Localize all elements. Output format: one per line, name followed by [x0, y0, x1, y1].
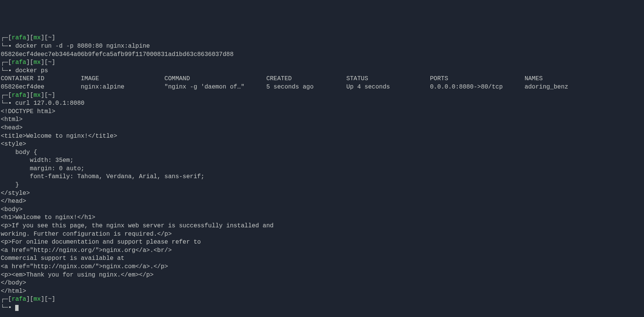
output-line: </body> — [1, 279, 643, 287]
prompt-host: mx — [33, 34, 41, 41]
prompt-line-top: ┌─[rafa][mx][~] — [1, 59, 643, 67]
bracket-open: [ — [8, 92, 12, 99]
output-line: working. Further configuration is requir… — [1, 230, 643, 239]
prompt-bullet: ▪ — [8, 304, 12, 311]
bracket-close: ] — [52, 92, 55, 99]
bracket-open: [ — [30, 92, 34, 99]
prompt-host: mx — [33, 296, 41, 303]
output-line: font-family: Tahoma, Verdana, Arial, san… — [1, 173, 643, 181]
terminal-window[interactable]: ┌─[rafa][mx][~]└─▪ docker run -d -p 8080… — [1, 34, 643, 312]
bracket-open: [ — [30, 59, 34, 66]
bracket-close: ] — [41, 296, 45, 303]
output-line: <p>For online documentation and support … — [1, 238, 643, 247]
bracket-close: ] — [52, 296, 55, 303]
bracket-close: ] — [26, 92, 30, 99]
output-line: <a href="http://nginx.com/">nginx.com</a… — [1, 263, 643, 271]
output-line: <style> — [1, 140, 643, 149]
bracket-open: [ — [8, 34, 12, 41]
output-line: } — [1, 181, 643, 190]
command-text[interactable]: curl 127.0.0.1:8080 — [15, 100, 84, 107]
bracket-close: ] — [52, 34, 55, 41]
prompt-line-top: ┌─[rafa][mx][~] — [1, 295, 643, 304]
output-line: <h1>Welcome to nginx!</h1> — [1, 214, 643, 222]
prompt-box-bottom: └─ — [1, 67, 8, 74]
output-line: <head> — [1, 124, 643, 132]
bracket-open: [ — [8, 296, 12, 303]
prompt-box-top: ┌─ — [1, 34, 8, 41]
prompt-box-top: ┌─ — [1, 59, 8, 66]
prompt-user: rafa — [12, 34, 26, 41]
output-line: </style> — [1, 190, 643, 198]
output-line: <!DOCTYPE html> — [1, 108, 643, 116]
bracket-close: ] — [26, 296, 30, 303]
bracket-close: ] — [26, 59, 30, 66]
command-text[interactable]: docker run -d -p 8080:80 nginx:alpine — [15, 43, 150, 50]
table-row: 05826ecf4dee nginx:alpine "nginx -g 'dae… — [1, 83, 643, 92]
prompt-box-bottom: └─ — [1, 100, 8, 107]
bracket-open: [ — [44, 92, 48, 99]
prompt-box-top: ┌─ — [1, 296, 8, 303]
output-line: </html> — [1, 287, 643, 296]
output-line: <p><em>Thank you for using nginx.</em></… — [1, 271, 643, 280]
bracket-open: [ — [8, 59, 12, 66]
prompt-line-top: ┌─[rafa][mx][~] — [1, 92, 643, 100]
prompt-line-bottom: └─▪ curl 127.0.0.1:8080 — [1, 99, 643, 108]
prompt-box-bottom: └─ — [1, 304, 8, 311]
prompt-line-bottom: └─▪ docker ps — [1, 67, 643, 75]
bracket-open: [ — [30, 296, 34, 303]
output-line: <body> — [1, 206, 643, 214]
cursor — [15, 305, 19, 311]
output-line: <title>Welcome to nginx!</title> — [1, 132, 643, 141]
output-line: <html> — [1, 116, 643, 124]
prompt-box-top: ┌─ — [1, 92, 8, 99]
prompt-user: rafa — [12, 296, 26, 303]
prompt-bullet: ▪ — [8, 43, 12, 50]
prompt-box-bottom: └─ — [1, 43, 8, 50]
bracket-close: ] — [41, 59, 45, 66]
table-header: CONTAINER ID IMAGE COMMAND CREATED STATU… — [1, 75, 643, 83]
prompt-host: mx — [33, 59, 41, 66]
prompt-user: rafa — [12, 92, 26, 99]
bracket-open: [ — [44, 34, 48, 41]
bracket-open: [ — [30, 34, 34, 41]
prompt-line-top: ┌─[rafa][mx][~] — [1, 34, 643, 42]
prompt-bullet: ▪ — [8, 100, 12, 107]
prompt-bullet: ▪ — [8, 67, 12, 74]
output-line: body { — [1, 149, 643, 157]
prompt-line-bottom: └─▪ docker run -d -p 8080:80 nginx:alpin… — [1, 42, 643, 51]
prompt-user: rafa — [12, 59, 26, 66]
bracket-open: [ — [44, 296, 48, 303]
bracket-close: ] — [26, 34, 30, 41]
output-line: <a href="http://nginx.org/">nginx.org</a… — [1, 247, 643, 255]
output-line: width: 35em; — [1, 157, 643, 165]
output-line: margin: 0 auto; — [1, 165, 643, 173]
bracket-close: ] — [41, 34, 45, 41]
output-line: </head> — [1, 197, 643, 206]
bracket-close: ] — [41, 92, 45, 99]
output-line: Commercial support is available at — [1, 255, 643, 263]
prompt-host: mx — [33, 92, 41, 99]
bracket-open: [ — [44, 59, 48, 66]
output-line: <p>If you see this page, the nginx web s… — [1, 222, 643, 230]
output-line: 05826ecf4deec7eb3464a06b9fefca5afb99f117… — [1, 51, 643, 59]
command-text[interactable]: docker ps — [15, 67, 48, 74]
prompt-line-bottom: └─▪ — [1, 304, 643, 312]
bracket-close: ] — [52, 59, 55, 66]
